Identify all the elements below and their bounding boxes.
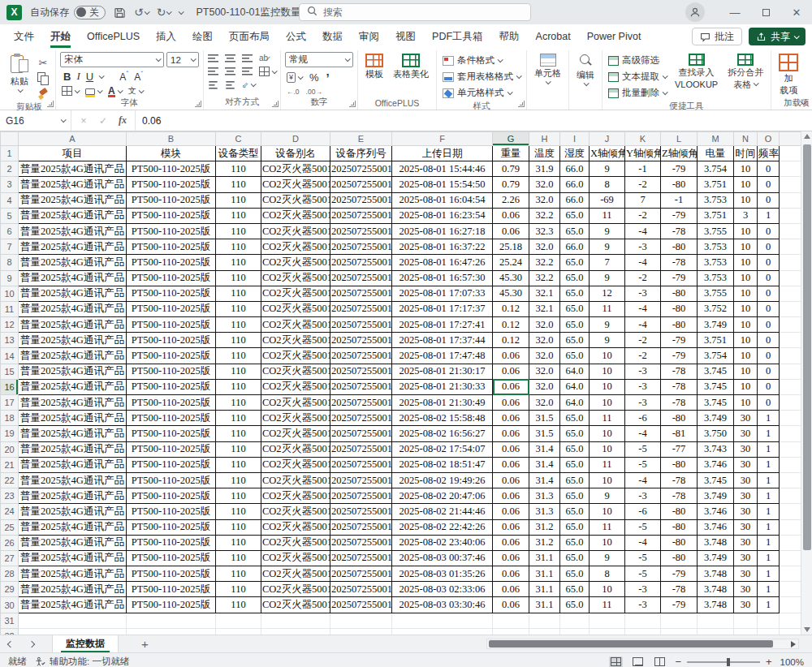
cell-L15[interactable]: -78: [661, 364, 698, 379]
cell-B4[interactable]: PT500-110-2025版: [127, 192, 216, 208]
cells-button[interactable]: 单元格: [531, 52, 564, 86]
cell-E27[interactable]: 202507255001: [330, 550, 392, 566]
cell-O8[interactable]: 0: [758, 255, 780, 270]
cell-J23[interactable]: 9: [590, 488, 625, 504]
cell-E32[interactable]: [330, 628, 392, 635]
cell-K31[interactable]: [625, 613, 661, 628]
align-left-button[interactable]: [208, 67, 218, 75]
cell-K6[interactable]: -4: [625, 223, 661, 239]
cell-D15[interactable]: CO2灭火器5001: [261, 364, 330, 379]
cell-I13[interactable]: 65.0: [560, 333, 590, 348]
cell-O28[interactable]: 1: [758, 566, 780, 582]
cell-B1[interactable]: 模块: [127, 146, 216, 161]
cell-H22[interactable]: 31.4: [529, 472, 560, 488]
cell-G27[interactable]: 0.06: [493, 550, 529, 566]
row-header-30[interactable]: 30: [1, 597, 19, 613]
underline-button[interactable]: U: [86, 71, 93, 83]
cell-L30[interactable]: -79: [661, 597, 698, 613]
cell-E26[interactable]: 202507255001: [330, 535, 392, 550]
cell-L29[interactable]: -78: [661, 582, 698, 597]
cell-G10[interactable]: 45.30: [493, 286, 529, 301]
cell-C22[interactable]: 110: [216, 472, 261, 488]
number-dialog-launcher-icon[interactable]: [349, 101, 356, 107]
cell-C6[interactable]: 110: [216, 223, 261, 239]
cell-E24[interactable]: 202507255001: [330, 504, 392, 519]
phonetic-button[interactable]: 文: [128, 85, 143, 97]
cell-empty[interactable]: [780, 208, 801, 223]
cell-B11[interactable]: PT500-110-2025版: [127, 301, 216, 316]
borders-button[interactable]: [62, 86, 79, 96]
cell-I22[interactable]: 65.0: [560, 472, 590, 488]
row-header-28[interactable]: 28: [1, 566, 19, 582]
cell-J19[interactable]: 10: [590, 426, 625, 441]
cell-B6[interactable]: PT500-110-2025版: [127, 223, 216, 239]
insert-function-icon[interactable]: fx: [114, 114, 132, 127]
cell-N11[interactable]: 10: [734, 301, 758, 316]
cell-O1[interactable]: 频率: [758, 146, 780, 161]
cell-I18[interactable]: 65.0: [560, 411, 590, 426]
cell-I23[interactable]: 65.0: [560, 488, 590, 504]
cell-I25[interactable]: 65.0: [560, 519, 590, 535]
menu-tab-PDF工具箱[interactable]: PDF工具箱: [425, 26, 490, 48]
cell-C21[interactable]: 110: [216, 457, 261, 472]
menu-tab-插入[interactable]: 插入: [149, 26, 184, 48]
cell-E13[interactable]: 202507255001: [330, 333, 392, 348]
row-header-3[interactable]: 3: [1, 177, 19, 192]
cell-J11[interactable]: 11: [590, 301, 625, 316]
cell-F12[interactable]: 2025-08-01 17:27:41: [392, 317, 493, 333]
cell-I28[interactable]: 65.0: [560, 566, 590, 582]
cell-L13[interactable]: -79: [661, 333, 698, 348]
cell-K7[interactable]: -3: [625, 239, 661, 255]
cell-E16[interactable]: 202507255001: [330, 379, 392, 394]
row-header-23[interactable]: 23: [1, 488, 19, 504]
cell-C18[interactable]: 110: [216, 411, 261, 426]
cell-I2[interactable]: 66.0: [560, 161, 590, 177]
zoom-in-icon[interactable]: +: [766, 656, 772, 667]
align-bottom-button[interactable]: [242, 54, 253, 62]
cell-J22[interactable]: 10: [590, 472, 625, 488]
menu-tab-OfficePLUS[interactable]: OfficePLUS: [80, 27, 147, 46]
cell-H11[interactable]: 32.1: [529, 301, 560, 316]
cell-C17[interactable]: 110: [216, 395, 261, 411]
cell-M7[interactable]: 3.753: [698, 239, 734, 255]
cell-I12[interactable]: 65.0: [560, 317, 590, 333]
cell-C29[interactable]: 110: [216, 582, 261, 597]
cell-O12[interactable]: 0: [758, 317, 780, 333]
cell-G28[interactable]: 0.06: [493, 566, 529, 582]
cell-B26[interactable]: PT500-110-2025版: [127, 535, 216, 550]
zoom-out-icon[interactable]: −: [675, 656, 681, 667]
vlookup-button[interactable]: 查找录入VLOOKUP: [672, 52, 721, 91]
increase-indent-button[interactable]: [226, 81, 234, 89]
cell-J21[interactable]: 11: [590, 457, 625, 472]
cell-F20[interactable]: 2025-08-02 17:54:07: [392, 441, 493, 457]
cell-A25[interactable]: 普量2025款4G通讯产品: [19, 519, 127, 535]
cell-A17[interactable]: 普量2025款4G通讯产品: [19, 395, 127, 411]
cell-H21[interactable]: 31.4: [529, 457, 560, 472]
cell-L8[interactable]: -78: [661, 255, 698, 270]
cell-F31[interactable]: [392, 613, 493, 628]
col-header-C[interactable]: C: [216, 132, 261, 146]
cell-K28[interactable]: -5: [625, 566, 661, 582]
cell-H24[interactable]: 31.3: [529, 504, 560, 519]
cell-L18[interactable]: -80: [661, 411, 698, 426]
cell-M25[interactable]: 3.746: [698, 519, 734, 535]
cell-empty[interactable]: [780, 146, 801, 161]
col-header-G[interactable]: G: [493, 132, 529, 146]
cell-I30[interactable]: 65.0: [560, 597, 590, 613]
cell-M26[interactable]: 3.748: [698, 535, 734, 550]
cell-O22[interactable]: 1: [758, 472, 780, 488]
cell-empty[interactable]: [780, 395, 801, 411]
cell-O23[interactable]: 1: [758, 488, 780, 504]
cell-I21[interactable]: 65.0: [560, 457, 590, 472]
cell-empty[interactable]: [780, 411, 801, 426]
cell-A27[interactable]: 普量2025款4G通讯产品: [19, 550, 127, 566]
cell-A9[interactable]: 普量2025款4G通讯产品: [19, 270, 127, 286]
align-top-button[interactable]: [208, 54, 218, 62]
cell-G2[interactable]: 0.79: [493, 161, 529, 177]
cell-B13[interactable]: PT500-110-2025版: [127, 333, 216, 348]
cell-H19[interactable]: 31.5: [529, 426, 560, 441]
cell-C10[interactable]: 110: [216, 286, 261, 301]
cell-G21[interactable]: 0.06: [493, 457, 529, 472]
row-header-32[interactable]: 32: [1, 628, 19, 635]
cell-D6[interactable]: CO2灭火器5001: [261, 223, 330, 239]
